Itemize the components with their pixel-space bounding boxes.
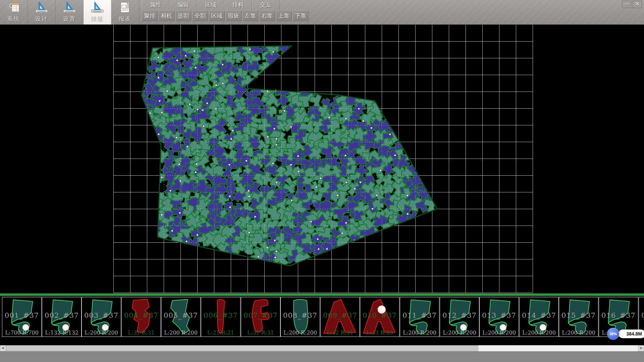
toolbar: 系统设计设置排版报表 属性编辑区域排料交互 聚排相机选割全割区域瑕疵左靠右靠上靠… (0, 0, 644, 25)
mode-strip: 系统设计设置排版报表 (0, 0, 139, 24)
action-button-3[interactable]: 选割 (175, 10, 191, 21)
horizontal-scrollbar[interactable]: < > (0, 345, 644, 351)
memory-percent-badge[interactable]: 38% (607, 328, 619, 340)
menu-tab-5[interactable]: 交互 (252, 0, 279, 9)
action-row: 聚排相机选割全割区域瑕疵左靠右靠上靠下靠 (142, 10, 310, 21)
piece-shape (161, 297, 200, 337)
piece-thumbnail-009_#37[interactable]: 009_#37L:32 R:31 (320, 297, 360, 337)
close-button[interactable]: ✕ (633, 1, 642, 8)
design-ruler-icon (34, 1, 49, 14)
action-button-2[interactable]: 相机 (159, 10, 174, 21)
piece-thumbnail-015_#37[interactable]: 015_#37L:200 R:200 (559, 297, 598, 337)
mode-label: 报表 (119, 15, 131, 23)
action-button-8[interactable]: 右靠 (259, 10, 275, 21)
panel-separator-line (0, 294, 644, 296)
piece-shape (122, 297, 161, 337)
nesting-ruler-icon (90, 1, 105, 14)
report-doc-icon (118, 1, 132, 14)
mode-label: 设置 (63, 15, 76, 23)
menu-tab-3[interactable]: 区域 (197, 0, 224, 9)
piece-thumbnail-010_#37[interactable]: 010_#37L:33 R:33 (360, 297, 399, 337)
menu-row: 属性编辑区域排料交互 (142, 0, 310, 9)
scrollbar-thumb[interactable] (6, 345, 478, 351)
mode-label: 排版 (91, 15, 104, 23)
menu-block: 属性编辑区域排料交互 聚排相机选割全割区域瑕疵左靠右靠上靠下靠 (142, 0, 310, 21)
piece-thumbnail-011_#37[interactable]: 011_#37L:200 R:200 (400, 297, 439, 337)
piece-thumbnail-006_#37[interactable]: 006_#37L:21 R:21 (201, 297, 240, 337)
action-button-6[interactable]: 瑕疵 (226, 10, 241, 21)
pieces-panel: 001_#37L:700 R:700002_#37L:132 R:132003_… (0, 294, 644, 345)
action-button-10[interactable]: 下靠 (293, 10, 309, 21)
menu-tab-1[interactable]: 属性 (142, 0, 169, 9)
piece-shape (520, 297, 558, 337)
action-button-1[interactable]: 聚排 (142, 10, 158, 21)
piece-shape (201, 297, 240, 337)
piece-thumbnail-007_#37[interactable]: 007_#37L:31 R:31 (241, 297, 280, 337)
mode-label: 系统 (7, 15, 20, 23)
mode-button-3[interactable]: 设置 (56, 0, 84, 24)
memory-usage-badge: 384.8M (619, 329, 644, 338)
piece-shape (2, 297, 41, 337)
menu-tab-2[interactable]: 编辑 (169, 0, 197, 9)
nesting-canvas[interactable] (0, 24, 644, 294)
piece-thumbnail-003_#37[interactable]: 003_#37L:200 R:200 (82, 297, 121, 337)
piece-shape (321, 297, 360, 337)
system-gear-icon (6, 1, 21, 14)
piece-shape (360, 297, 399, 337)
menu-tab-4[interactable]: 排料 (224, 0, 252, 9)
piece-shape (440, 297, 479, 337)
piece-shape (559, 297, 598, 337)
mode-button-5[interactable]: 报表 (111, 0, 139, 24)
canvas-svg (0, 24, 644, 294)
piece-thumbnail-002_#37[interactable]: 002_#37L:132 R:132 (42, 297, 82, 337)
piece-shape (480, 297, 519, 337)
piece-shape (241, 297, 280, 337)
piece-thumbnail-008_#37[interactable]: 008_#37L:200 R:200 (280, 297, 320, 337)
minimize-button[interactable]: — (622, 1, 631, 8)
piece-shape (42, 297, 81, 337)
scroll-left-button[interactable]: < (0, 345, 6, 351)
piece-thumbnail-012_#37[interactable]: 012_#37L:200 R:200 (440, 297, 479, 337)
mode-button-2[interactable]: 设计 (28, 0, 56, 24)
action-button-4[interactable]: 全割 (192, 10, 208, 21)
piece-thumbnail-005_#37[interactable]: 005_#37L:200 R:200 (161, 297, 201, 337)
action-button-7[interactable]: 左靠 (243, 10, 258, 21)
mode-button-1[interactable]: 系统 (0, 0, 28, 24)
piece-thumbnail-014_#37[interactable]: 014_#37L:200 R:200 (519, 297, 559, 337)
mode-button-4[interactable]: 排版 (84, 0, 111, 24)
mode-label: 设计 (35, 15, 48, 23)
application-window: 系统设计设置排版报表 属性编辑区域排料交互 聚排相机选割全割区域瑕疵左靠右靠上靠… (0, 0, 644, 362)
window-controls: — ✕ (622, 1, 642, 8)
piece-shape (281, 297, 320, 337)
action-button-9[interactable]: 上靠 (276, 10, 292, 21)
scroll-right-button[interactable]: > (638, 345, 644, 351)
piece-shape (82, 297, 121, 337)
piece-thumbnail-004_#37[interactable]: 004_#37L:31 R:31 (121, 297, 161, 337)
piece-thumbnail-001_#37[interactable]: 001_#37L:700 R:700 (2, 297, 42, 337)
status-bar (0, 351, 644, 362)
piece-shape (400, 297, 439, 337)
action-button-5[interactable]: 区域 (209, 10, 225, 21)
piece-thumbnail-013_#37[interactable]: 013_#37L:200 R:200 (479, 297, 519, 337)
settings-ruler-icon (62, 1, 77, 14)
